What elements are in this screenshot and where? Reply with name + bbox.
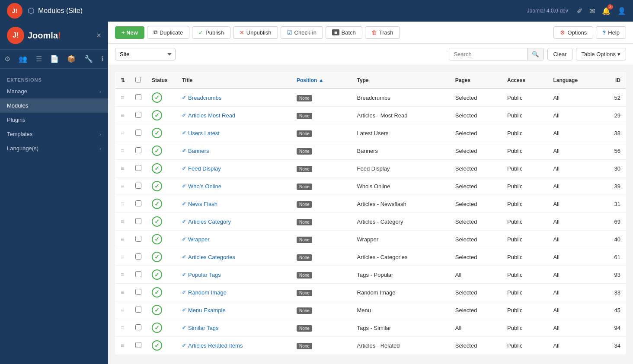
row-checkbox[interactable] xyxy=(135,94,141,100)
clear-button[interactable]: Clear xyxy=(547,48,572,60)
status-published-icon[interactable]: ✓ xyxy=(152,199,162,209)
row-checkbox[interactable] xyxy=(135,342,141,348)
checkin-button[interactable]: ☑ Check-in xyxy=(281,26,323,39)
row-checkbox[interactable] xyxy=(135,271,141,277)
status-published-icon[interactable]: ✓ xyxy=(152,234,162,244)
sidebar-item-manage[interactable]: Manage › xyxy=(0,84,108,98)
drag-handle[interactable]: ≡ xyxy=(121,94,124,101)
status-published-icon[interactable]: ✓ xyxy=(152,287,162,298)
row-checkbox[interactable] xyxy=(135,147,141,153)
check-cell xyxy=(130,319,147,337)
drag-handle[interactable]: ≡ xyxy=(121,324,124,331)
sidebar-nav-info-icon[interactable]: ℹ xyxy=(98,53,107,65)
sidebar-nav-extensions-icon[interactable]: 🔧 xyxy=(81,53,96,65)
sidebar-nav-menu-icon[interactable]: ☰ xyxy=(32,53,45,65)
title-link[interactable]: ✐ Articles Category xyxy=(182,218,286,225)
sidebar-item-modules[interactable]: Modules xyxy=(0,98,108,113)
row-checkbox[interactable] xyxy=(135,165,141,171)
row-checkbox[interactable] xyxy=(135,130,141,136)
row-checkbox[interactable] xyxy=(135,200,141,206)
title-link[interactable]: ✐ Articles Categories xyxy=(182,254,286,260)
sidebar-item-templates[interactable]: Templates › xyxy=(0,127,108,141)
drag-handle[interactable]: ≡ xyxy=(121,271,124,278)
bell-icon[interactable]: 🔔 3 xyxy=(602,7,611,15)
status-published-icon[interactable]: ✓ xyxy=(152,252,162,262)
publish-button[interactable]: ✓ Publish xyxy=(192,26,230,39)
sidebar-item-plugins[interactable]: Plugins xyxy=(0,113,108,127)
title-link[interactable]: ✐ Popular Tags xyxy=(182,272,286,278)
new-button[interactable]: + New xyxy=(115,26,144,39)
row-checkbox[interactable] xyxy=(135,112,141,118)
sidebar-nav-users-icon[interactable]: 👥 xyxy=(15,53,31,65)
row-checkbox[interactable] xyxy=(135,183,141,189)
sidebar-nav-home-icon[interactable]: ⚙ xyxy=(1,53,14,65)
unpublish-button[interactable]: ✕ Unpublish xyxy=(233,26,278,39)
select-all-checkbox[interactable] xyxy=(135,77,141,82)
drag-handle[interactable]: ≡ xyxy=(121,112,124,119)
drag-handle[interactable]: ≡ xyxy=(121,147,124,154)
drag-handle[interactable]: ≡ xyxy=(121,200,124,207)
status-published-icon[interactable]: ✓ xyxy=(152,323,162,333)
duplicate-button[interactable]: ⧉ Duplicate xyxy=(147,26,189,39)
status-published-icon[interactable]: ✓ xyxy=(152,269,162,280)
title-link[interactable]: ✐ Similar Tags xyxy=(182,325,286,331)
site-filter-select[interactable]: Site xyxy=(115,48,176,60)
drag-handle[interactable]: ≡ xyxy=(121,289,124,296)
options-button[interactable]: ⚙ Options xyxy=(553,26,593,39)
title-link[interactable]: ✐ Banners xyxy=(182,148,286,154)
row-checkbox[interactable] xyxy=(135,253,141,260)
help-button[interactable]: ? Help xyxy=(596,26,626,39)
drag-handle[interactable]: ≡ xyxy=(121,342,124,349)
status-published-icon[interactable]: ✓ xyxy=(152,128,162,138)
sidebar-item-languages[interactable]: Language(s) › xyxy=(0,141,108,155)
drag-handle[interactable]: ≡ xyxy=(121,236,124,243)
drag-handle[interactable]: ≡ xyxy=(121,218,124,225)
drag-handle[interactable]: ≡ xyxy=(121,130,124,136)
row-checkbox[interactable] xyxy=(135,289,141,295)
title-link[interactable]: ✐ Wrapper xyxy=(182,236,286,243)
title-link[interactable]: ✐ Feed Display xyxy=(182,165,286,172)
search-button[interactable]: 🔍 xyxy=(527,48,543,60)
table-row: ≡ ✓ ✐ Random Image None Random Image Sel… xyxy=(115,284,626,301)
row-checkbox[interactable] xyxy=(135,236,141,242)
title-link[interactable]: ✐ Random Image xyxy=(182,289,286,296)
title-link[interactable]: ✐ Menu Example xyxy=(182,307,286,313)
mail-icon[interactable]: ✉ xyxy=(589,7,595,15)
drag-handle[interactable]: ≡ xyxy=(121,253,124,260)
title-link[interactable]: ✐ Articles Related Items xyxy=(182,342,286,349)
sidebar-nav-content-icon[interactable]: 📄 xyxy=(47,53,62,65)
row-checkbox[interactable] xyxy=(135,218,141,224)
title-link[interactable]: ✐ Articles Most Read xyxy=(182,112,286,119)
status-published-icon[interactable]: ✓ xyxy=(152,146,162,156)
status-published-icon[interactable]: ✓ xyxy=(152,110,162,120)
none-badge: None xyxy=(297,290,312,296)
batch-button[interactable]: ■ Batch xyxy=(326,26,362,39)
title-link[interactable]: ✐ Breadcrumbs xyxy=(182,95,286,101)
trash-button[interactable]: 🗑 Trash xyxy=(365,26,400,39)
pencil-icon[interactable]: ✐ xyxy=(577,7,582,15)
table-options-button[interactable]: Table Options ▾ xyxy=(576,48,627,60)
th-check[interactable] xyxy=(130,73,147,89)
search-input[interactable] xyxy=(449,48,527,60)
sidebar-nav-components-icon[interactable]: 📦 xyxy=(64,53,79,65)
user-icon[interactable]: 👤 xyxy=(617,7,626,15)
title-link[interactable]: ✐ Who's Online xyxy=(182,183,286,190)
status-published-icon[interactable]: ✓ xyxy=(152,163,162,174)
row-checkbox[interactable] xyxy=(135,307,141,313)
drag-handle[interactable]: ≡ xyxy=(121,183,124,190)
title-link[interactable]: ✐ News Flash xyxy=(182,201,286,207)
status-cell: ✓ xyxy=(147,160,177,177)
status-published-icon[interactable]: ✓ xyxy=(152,181,162,191)
check-cell xyxy=(130,160,147,177)
status-published-icon[interactable]: ✓ xyxy=(152,92,162,103)
row-checkbox[interactable] xyxy=(135,324,141,330)
status-cell: ✓ xyxy=(147,195,177,213)
th-position[interactable]: Position ▲ xyxy=(291,73,352,89)
drag-handle[interactable]: ≡ xyxy=(121,307,124,313)
title-link[interactable]: ✐ Users Latest xyxy=(182,130,286,136)
status-published-icon[interactable]: ✓ xyxy=(152,305,162,315)
status-published-icon[interactable]: ✓ xyxy=(152,216,162,227)
drag-handle[interactable]: ≡ xyxy=(121,165,124,172)
sidebar-close-btn[interactable]: × xyxy=(96,31,101,40)
status-published-icon[interactable]: ✓ xyxy=(152,340,162,351)
